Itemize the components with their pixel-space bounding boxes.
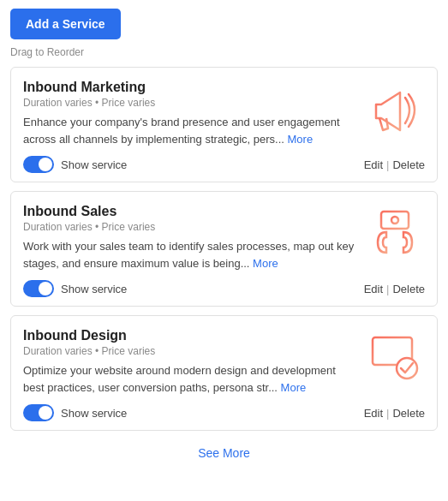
- drag-reorder-label: Drag to Reorder: [10, 46, 438, 58]
- card-title-inbound-design: Inbound Design: [23, 328, 356, 343]
- delete-link-inbound-design[interactable]: Delete: [392, 407, 425, 420]
- show-label-inbound-design: Show service: [61, 407, 127, 420]
- card-desc-inbound-design: Optimize your website around modern desi…: [23, 362, 356, 396]
- add-service-button[interactable]: Add a Service: [10, 9, 121, 39]
- delete-link-inbound-sales[interactable]: Delete: [392, 283, 425, 295]
- show-label-inbound-sales: Show service: [61, 283, 127, 295]
- svg-point-11: [397, 358, 417, 379]
- show-toggle-inbound-sales[interactable]: [23, 280, 54, 297]
- toggle-row-inbound-design: Show service: [23, 404, 127, 421]
- card-desc-inbound-sales: Work with your sales team to identify sa…: [23, 238, 356, 271]
- edit-link-inbound-marketing[interactable]: Edit: [364, 158, 383, 171]
- card-title-inbound-marketing: Inbound Marketing: [23, 80, 356, 95]
- delete-link-inbound-marketing[interactable]: Delete: [392, 158, 425, 171]
- show-label-inbound-marketing: Show service: [61, 158, 127, 171]
- card-content-inbound-marketing: Inbound Marketing Duration varies • Pric…: [23, 80, 365, 147]
- card-actions-inbound-sales: Edit|Delete: [364, 283, 425, 295]
- card-content-inbound-design: Inbound Design Duration varies • Price v…: [23, 328, 365, 396]
- card-desc-inbound-marketing: Enhance your company's brand presence an…: [23, 114, 356, 147]
- toggle-row-inbound-sales: Show service: [23, 280, 127, 297]
- card-meta-inbound-sales: Duration varies • Price varies: [23, 221, 356, 233]
- svg-rect-0: [381, 212, 409, 229]
- card-meta-inbound-design: Duration varies • Price varies: [23, 345, 356, 357]
- card-actions-inbound-design: Edit|Delete: [364, 407, 425, 420]
- card-icon-inbound-marketing: [365, 80, 425, 140]
- see-more-section: See More: [10, 439, 438, 467]
- card-meta-inbound-marketing: Duration varies • Price varies: [23, 97, 356, 109]
- service-card-inbound-design: Inbound Design Duration varies • Price v…: [10, 315, 438, 431]
- card-icon-inbound-design: [365, 328, 425, 388]
- services-list: Inbound Marketing Duration varies • Pric…: [10, 67, 438, 431]
- card-title-inbound-sales: Inbound Sales: [23, 204, 356, 219]
- toggle-row-inbound-marketing: Show service: [23, 156, 127, 173]
- more-link-inbound-design[interactable]: More: [281, 381, 307, 394]
- card-icon-inbound-sales: [365, 204, 425, 264]
- show-toggle-inbound-marketing[interactable]: [23, 156, 54, 173]
- service-card-inbound-marketing: Inbound Marketing Duration varies • Pric…: [10, 67, 438, 182]
- show-toggle-inbound-design[interactable]: [23, 404, 54, 421]
- more-link-inbound-marketing[interactable]: More: [288, 133, 314, 146]
- service-card-inbound-sales: Inbound Sales Duration varies • Price va…: [10, 191, 438, 307]
- svg-point-1: [391, 217, 398, 224]
- edit-link-inbound-sales[interactable]: Edit: [364, 283, 383, 295]
- card-content-inbound-sales: Inbound Sales Duration varies • Price va…: [23, 204, 365, 271]
- see-more-link[interactable]: See More: [198, 446, 250, 460]
- more-link-inbound-sales[interactable]: More: [253, 257, 278, 270]
- card-actions-inbound-marketing: Edit|Delete: [364, 158, 425, 171]
- edit-link-inbound-design[interactable]: Edit: [364, 407, 383, 420]
